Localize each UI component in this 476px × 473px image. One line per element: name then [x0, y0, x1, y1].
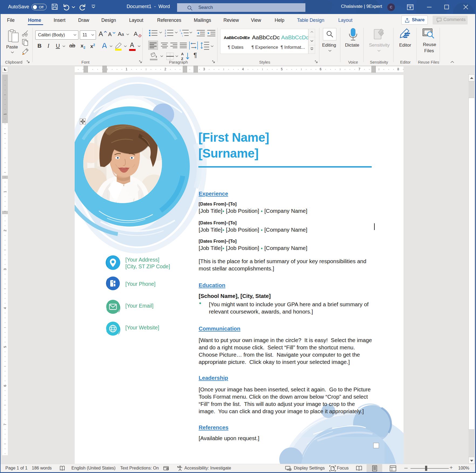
svg-text:3: 3: [3, 268, 7, 270]
svg-text:A: A: [181, 52, 184, 56]
svg-text:7: 7: [3, 423, 7, 425]
svg-text:1: 1: [180, 29, 181, 32]
svg-text:1: 1: [3, 113, 7, 115]
svg-text:6: 6: [3, 385, 7, 387]
svg-text:3: 3: [165, 34, 166, 37]
svg-text:4: 4: [3, 307, 7, 309]
svg-text:i: i: [182, 34, 183, 37]
svg-text:1: 1: [3, 191, 7, 193]
svg-text:1: 1: [165, 29, 166, 32]
svg-text:2: 2: [165, 32, 166, 34]
svg-text:5: 5: [3, 346, 7, 348]
svg-text:2: 2: [3, 229, 7, 231]
svg-text:a: a: [181, 32, 182, 34]
